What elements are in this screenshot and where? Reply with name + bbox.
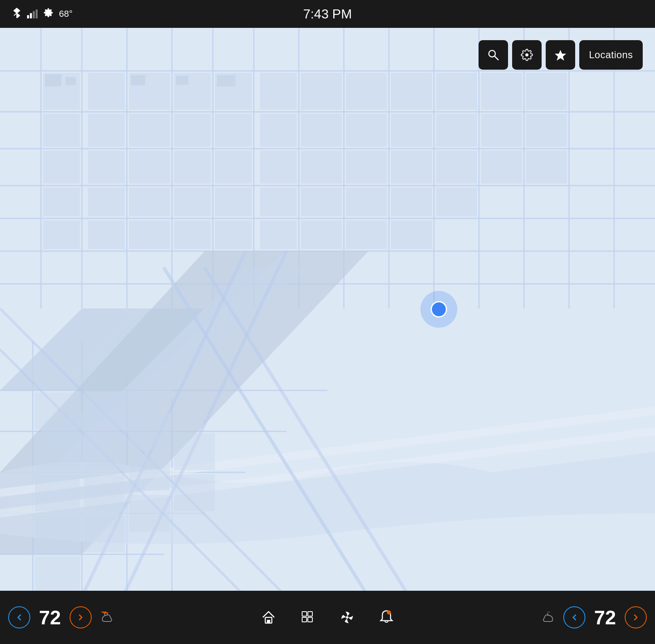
home-button[interactable] bbox=[252, 601, 285, 634]
svg-rect-40 bbox=[436, 73, 477, 110]
svg-rect-58 bbox=[174, 151, 211, 184]
left-heat-button[interactable] bbox=[92, 601, 124, 634]
svg-rect-63 bbox=[391, 151, 432, 184]
grid-button[interactable] bbox=[291, 601, 324, 634]
svg-rect-76 bbox=[436, 188, 477, 216]
map-area[interactable]: Locations bbox=[0, 28, 655, 591]
svg-rect-74 bbox=[346, 188, 387, 216]
svg-rect-114 bbox=[66, 77, 76, 85]
svg-rect-61 bbox=[301, 151, 342, 184]
svg-rect-36 bbox=[260, 73, 297, 110]
location-dot-inner bbox=[431, 301, 447, 317]
svg-rect-51 bbox=[391, 114, 432, 147]
status-left: 68° bbox=[12, 7, 72, 20]
left-temp-decrease[interactable] bbox=[8, 606, 30, 628]
svg-rect-56 bbox=[88, 151, 125, 184]
svg-rect-72 bbox=[260, 188, 297, 216]
svg-rect-44 bbox=[88, 114, 125, 147]
left-temp-increase[interactable] bbox=[70, 606, 92, 628]
svg-rect-47 bbox=[215, 114, 252, 147]
svg-rect-80 bbox=[174, 220, 211, 249]
right-temp-control: 72 bbox=[563, 606, 647, 629]
svg-rect-79 bbox=[129, 220, 170, 249]
svg-rect-123 bbox=[302, 612, 307, 616]
svg-point-128 bbox=[387, 610, 391, 615]
center-controls bbox=[124, 601, 531, 634]
favorites-button[interactable] bbox=[546, 40, 575, 70]
svg-point-127 bbox=[346, 616, 348, 619]
left-temperature: 72 bbox=[34, 606, 66, 629]
svg-rect-83 bbox=[301, 220, 342, 249]
map-settings-button[interactable] bbox=[512, 40, 542, 70]
fan-button[interactable] bbox=[331, 601, 364, 634]
svg-rect-125 bbox=[302, 617, 307, 622]
svg-marker-120 bbox=[555, 50, 566, 61]
svg-rect-122 bbox=[267, 620, 270, 623]
map-svg bbox=[0, 28, 655, 591]
svg-rect-49 bbox=[301, 114, 342, 147]
right-temperature: 72 bbox=[589, 606, 621, 629]
left-temp-control: 72 bbox=[8, 606, 92, 629]
svg-rect-115 bbox=[131, 75, 145, 85]
locations-button[interactable]: Locations bbox=[579, 40, 643, 70]
svg-rect-67 bbox=[43, 188, 80, 216]
svg-rect-39 bbox=[391, 73, 432, 110]
map-controls: Locations bbox=[479, 40, 643, 70]
svg-rect-111 bbox=[174, 433, 215, 470]
svg-rect-50 bbox=[346, 114, 387, 147]
svg-rect-69 bbox=[129, 188, 170, 216]
svg-rect-84 bbox=[346, 220, 387, 249]
svg-rect-102 bbox=[35, 515, 80, 552]
svg-rect-73 bbox=[301, 188, 342, 216]
svg-rect-66 bbox=[526, 151, 567, 184]
svg-rect-37 bbox=[301, 73, 342, 110]
svg-rect-46 bbox=[174, 114, 211, 147]
svg-rect-109 bbox=[129, 454, 170, 491]
svg-rect-103 bbox=[35, 556, 80, 591]
svg-rect-124 bbox=[308, 612, 312, 616]
svg-rect-100 bbox=[35, 433, 80, 470]
svg-rect-71 bbox=[215, 188, 252, 216]
svg-rect-45 bbox=[129, 114, 170, 147]
svg-rect-48 bbox=[260, 114, 297, 147]
svg-rect-64 bbox=[436, 151, 477, 184]
location-dot bbox=[420, 291, 457, 328]
svg-rect-77 bbox=[43, 220, 80, 249]
svg-rect-112 bbox=[174, 474, 215, 511]
svg-rect-99 bbox=[35, 392, 80, 429]
right-temp-decrease[interactable] bbox=[563, 606, 585, 628]
svg-rect-38 bbox=[346, 73, 387, 110]
right-temp-increase[interactable] bbox=[625, 606, 647, 628]
svg-rect-43 bbox=[43, 114, 80, 147]
svg-rect-70 bbox=[174, 188, 211, 216]
svg-rect-85 bbox=[391, 220, 432, 249]
svg-rect-55 bbox=[43, 151, 80, 184]
search-button[interactable] bbox=[479, 40, 508, 70]
svg-rect-75 bbox=[391, 188, 432, 216]
svg-rect-60 bbox=[260, 151, 297, 184]
status-bar: 68° 7:43 PM bbox=[0, 0, 655, 28]
bell-button[interactable] bbox=[370, 601, 403, 634]
svg-rect-81 bbox=[215, 220, 252, 249]
right-heat-button[interactable] bbox=[531, 601, 563, 634]
svg-rect-78 bbox=[88, 220, 125, 249]
svg-rect-41 bbox=[481, 73, 522, 110]
svg-rect-53 bbox=[481, 114, 522, 147]
settings-status-icon bbox=[43, 8, 53, 20]
svg-rect-126 bbox=[308, 617, 312, 622]
svg-rect-108 bbox=[129, 413, 170, 450]
svg-rect-62 bbox=[346, 151, 387, 184]
svg-rect-105 bbox=[84, 433, 125, 470]
svg-rect-101 bbox=[35, 474, 80, 511]
svg-rect-32 bbox=[88, 73, 125, 110]
svg-rect-110 bbox=[129, 495, 170, 532]
svg-rect-68 bbox=[88, 188, 125, 216]
svg-rect-59 bbox=[215, 151, 252, 184]
svg-rect-107 bbox=[84, 515, 125, 552]
bottom-bar: 72 bbox=[0, 591, 655, 644]
svg-rect-65 bbox=[481, 151, 522, 184]
svg-rect-57 bbox=[129, 151, 170, 184]
bluetooth-icon bbox=[12, 7, 21, 20]
svg-rect-116 bbox=[176, 76, 188, 85]
svg-rect-54 bbox=[526, 114, 567, 147]
